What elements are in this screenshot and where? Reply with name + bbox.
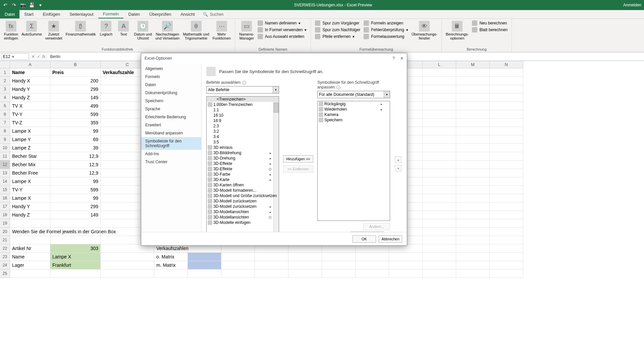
- options-nav-item[interactable]: Allgemein: [141, 65, 201, 73]
- row-header-24[interactable]: 24: [0, 261, 10, 269]
- row-header-23[interactable]: 23: [0, 253, 10, 261]
- cell-M14[interactable]: [456, 177, 490, 186]
- command-list-item[interactable]: 3D ein/aus: [207, 145, 279, 150]
- btn-remove-arrows[interactable]: Pfeile entfernen ▾: [314, 34, 362, 40]
- cell-L18[interactable]: [423, 211, 456, 219]
- cell-B12[interactable]: 12,9: [50, 161, 101, 169]
- cell-B1[interactable]: Preis: [50, 68, 101, 77]
- cell-B21[interactable]: [50, 236, 101, 244]
- cell-L16[interactable]: [423, 194, 456, 202]
- cell-M3[interactable]: [456, 85, 490, 94]
- col-header-M[interactable]: M: [456, 61, 490, 68]
- command-list-item[interactable]: 3D-Modellansichten⊡: [207, 215, 279, 220]
- redo-icon[interactable]: ↷: [11, 2, 17, 8]
- cell-L19[interactable]: [423, 219, 456, 228]
- cell-M7[interactable]: [456, 119, 490, 127]
- command-list-item[interactable]: 1.000er-Trennzeichen: [207, 102, 279, 107]
- row-header-16[interactable]: 16: [0, 194, 10, 202]
- cell-N22[interactable]: [490, 244, 523, 253]
- cell-I24[interactable]: [322, 261, 356, 269]
- cell-A20[interactable]: Wenden Sie die Formel jeweils in der Grü…: [10, 228, 50, 236]
- tab-data[interactable]: Daten: [123, 10, 145, 18]
- cell-J23[interactable]: [356, 253, 389, 261]
- row-header-6[interactable]: 6: [0, 110, 10, 119]
- cell-L14[interactable]: [423, 177, 456, 186]
- row-header-9[interactable]: 9: [0, 135, 10, 144]
- cell-N10[interactable]: [490, 144, 523, 152]
- reset-dropdown[interactable]: Zurücksetzen: [351, 232, 384, 232]
- cell-D23[interactable]: o. Matrix: [154, 253, 188, 261]
- options-nav-item[interactable]: Dokumentprüfung: [141, 89, 201, 97]
- save-icon[interactable]: 💾: [29, 2, 34, 8]
- cell-F23[interactable]: [221, 253, 255, 261]
- cell-N11[interactable]: [490, 152, 523, 161]
- cell-B4[interactable]: 149: [50, 94, 101, 102]
- cell-M8[interactable]: [456, 127, 490, 135]
- cell-M25[interactable]: [456, 269, 490, 278]
- row-header-5[interactable]: 5: [0, 102, 10, 110]
- qat-customize-icon[interactable]: ▾: [38, 2, 43, 8]
- btn-show-formulas[interactable]: Formeln anzeigen: [362, 20, 410, 26]
- row-header-8[interactable]: 8: [0, 127, 10, 135]
- command-list-item[interactable]: 2:3: [207, 123, 279, 129]
- cell-B3[interactable]: 299: [50, 85, 101, 94]
- cell-A2[interactable]: Handy X: [10, 77, 50, 85]
- cell-M2[interactable]: [456, 77, 490, 85]
- btn-more-funcs[interactable]: ⋯Mehr Funktionen: [211, 20, 232, 41]
- cell-A6[interactable]: TV-Y: [10, 110, 50, 119]
- cell-B16[interactable]: 99: [50, 194, 101, 202]
- cell-C23[interactable]: [101, 253, 154, 261]
- cell-A8[interactable]: Lampe X: [10, 127, 50, 135]
- qat-list-item[interactable]: Rückgängig▸: [318, 101, 390, 107]
- cell-M11[interactable]: [456, 152, 490, 161]
- cell-H24[interactable]: [288, 261, 322, 269]
- cell-M5[interactable]: [456, 102, 490, 110]
- cell-A14[interactable]: Lampe X: [10, 177, 50, 186]
- command-list-item[interactable]: 3D-Karte▸: [207, 177, 279, 182]
- cell-N12[interactable]: [490, 161, 523, 169]
- row-header-12[interactable]: 12: [0, 161, 10, 169]
- cell-M6[interactable]: [456, 110, 490, 119]
- btn-eval-formula[interactable]: Formelauswertung: [362, 34, 410, 40]
- cell-A10[interactable]: Lampe Z: [10, 144, 50, 152]
- btn-text[interactable]: AText: [115, 20, 132, 41]
- tab-review[interactable]: Überprüfen: [145, 10, 176, 18]
- row-header-18[interactable]: 18: [0, 211, 10, 219]
- btn-lookup[interactable]: 🔎Nachschlagen und Verweisen: [154, 20, 181, 41]
- cell-I23[interactable]: [322, 253, 356, 261]
- btn-recent[interactable]: ★Zuletzt verwendet: [44, 20, 64, 41]
- signin-link[interactable]: Anmelden: [623, 3, 641, 7]
- row-header-19[interactable]: 19: [0, 219, 10, 228]
- choose-commands-select[interactable]: Alle Befehle▾: [206, 86, 279, 94]
- cell-A17[interactable]: Handy Y: [10, 202, 50, 211]
- cell-L11[interactable]: [423, 152, 456, 161]
- command-list-item[interactable]: 3D-Modelle einfügen: [207, 220, 279, 225]
- add-button[interactable]: Hinzufügen >>: [283, 155, 313, 163]
- btn-calc-sheet[interactable]: Blatt berechnen: [471, 27, 509, 33]
- cell-L24[interactable]: [423, 261, 456, 269]
- command-list-item[interactable]: 1:1: [207, 107, 279, 113]
- cell-N6[interactable]: [490, 110, 523, 119]
- row-header-4[interactable]: 4: [0, 94, 10, 102]
- cell-N3[interactable]: [490, 85, 523, 94]
- cell-A23[interactable]: Name: [10, 253, 50, 261]
- cell-K25[interactable]: [389, 269, 423, 278]
- btn-names-manager[interactable]: ▭Namens- Manager: [238, 20, 256, 41]
- cell-N13[interactable]: [490, 169, 523, 177]
- cell-A1[interactable]: Name: [10, 68, 50, 77]
- row-header-21[interactable]: 21: [0, 236, 10, 244]
- remove-button[interactable]: << Entfernen: [283, 165, 313, 173]
- cell-A22[interactable]: Artikel Nr: [10, 244, 50, 253]
- cell-L22[interactable]: [423, 244, 456, 253]
- cell-A5[interactable]: TV X: [10, 102, 50, 110]
- cell-F24[interactable]: [221, 261, 255, 269]
- cell-M15[interactable]: [456, 186, 490, 194]
- cell-C25[interactable]: [101, 269, 154, 278]
- cell-L7[interactable]: [423, 119, 456, 127]
- col-header-A[interactable]: A: [10, 61, 50, 68]
- cell-M10[interactable]: [456, 144, 490, 152]
- cell-H25[interactable]: [288, 269, 322, 278]
- cell-B25[interactable]: [50, 269, 101, 278]
- cell-G23[interactable]: [255, 253, 288, 261]
- cell-N25[interactable]: [490, 269, 523, 278]
